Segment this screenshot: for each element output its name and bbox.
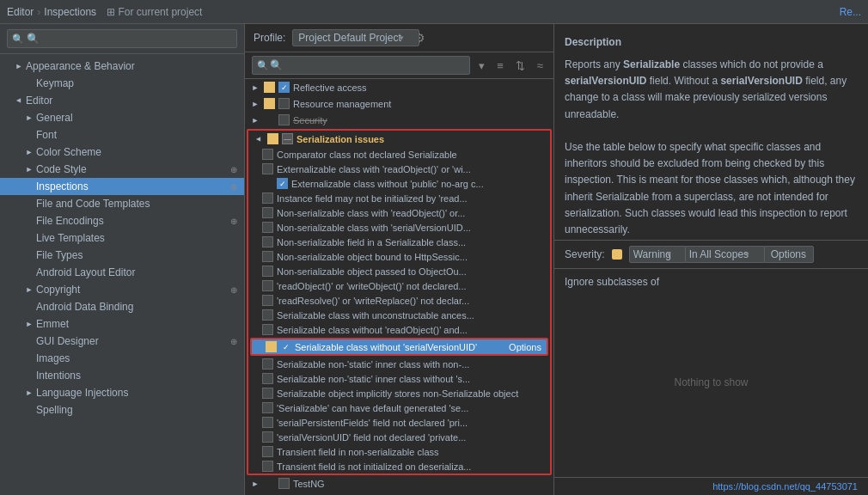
insp-item-readresolve[interactable]: 'readResolve()' or 'writeReplace()' not … xyxy=(248,293,550,308)
insp-item-externalizable1[interactable]: Externalizable class with 'readObject()'… xyxy=(248,162,550,176)
sidebar-item-intentions[interactable]: ► Intentions xyxy=(0,367,244,384)
reset-button[interactable]: Re... xyxy=(840,6,861,18)
scope-select[interactable]: In All Scopes xyxy=(685,246,765,263)
arrow-icon: ▼ xyxy=(14,95,24,106)
sidebar-search-input[interactable] xyxy=(7,29,237,48)
sidebar-item-androidlayout[interactable]: ► Android Layout Editor xyxy=(0,264,244,281)
item-checkbox[interactable] xyxy=(262,251,273,262)
insp-item-nonserial5[interactable]: Non-serializable object passed to Object… xyxy=(248,264,550,278)
insp-item-nonserial3[interactable]: Non-serializable field in a Serializable… xyxy=(248,235,550,249)
options-button[interactable]: Options xyxy=(763,246,814,263)
item-checkbox[interactable]: ✓ xyxy=(277,178,288,189)
url-link[interactable]: https://blog.csdn.net/qq_44753071 xyxy=(712,481,858,492)
item-checkbox[interactable] xyxy=(262,388,273,399)
severity-select[interactable]: Warning Error Info xyxy=(629,246,687,263)
sidebar-item-androiddatabinding[interactable]: ► Android Data Binding xyxy=(0,298,244,315)
insp-item-transient2[interactable]: Transient field is not initialized on de… xyxy=(248,459,550,474)
sidebar-item-livetemplates[interactable]: ► Live Templates xyxy=(0,229,244,247)
for-current-project-tab[interactable]: ⊞ For current project xyxy=(107,6,202,18)
group-testng[interactable]: ► TestNG xyxy=(245,475,553,492)
item-checkbox[interactable] xyxy=(262,324,273,335)
insp-item-serialpersistent[interactable]: 'serialPersistentFields' field not decla… xyxy=(248,415,550,430)
item-color-box xyxy=(266,341,277,352)
expand-icon[interactable]: ⇅ xyxy=(512,58,529,74)
sidebar-item-images[interactable]: ► Images xyxy=(0,350,244,367)
insp-item-serialversion2[interactable]: 'serialVersionUID' field not declared 'p… xyxy=(248,430,550,444)
sidebar-item-emmet[interactable]: ► Emmet xyxy=(0,315,244,333)
insp-item-noreadobj[interactable]: Serializable class without 'readObject()… xyxy=(248,322,550,337)
item-checkbox[interactable] xyxy=(262,236,273,248)
sidebar-item-label: File Encodings xyxy=(36,215,227,227)
sort-icon[interactable]: ≡ xyxy=(493,58,507,74)
item-checkbox[interactable] xyxy=(262,431,273,443)
sidebar-item-keymap[interactable]: ► Keymap xyxy=(0,75,244,92)
item-checkbox[interactable] xyxy=(262,446,273,457)
insp-item-implicitly[interactable]: Serializable object implicitly stores no… xyxy=(248,386,550,400)
item-checkbox[interactable] xyxy=(262,280,273,291)
sidebar-item-filetypes[interactable]: ► File Types xyxy=(0,247,244,264)
sidebar-item-spelling[interactable]: ► Spelling xyxy=(0,401,244,419)
insp-item-instance[interactable]: Instance field may not be initialized by… xyxy=(248,191,550,205)
sidebar-item-filecodetemplates[interactable]: ► File and Code Templates xyxy=(0,195,244,212)
group-label: Reflective access xyxy=(293,82,548,93)
insp-item-externalizable2[interactable]: ✓ Externalizable class without 'public' … xyxy=(248,176,550,191)
item-checkbox[interactable] xyxy=(262,417,273,428)
sidebar-search-container: 🔍 xyxy=(0,24,244,54)
insp-item-readobject[interactable]: 'readObject()' or 'writeObject()' not de… xyxy=(248,278,550,293)
group-arrow-icon: ► xyxy=(250,99,260,109)
insp-item-default[interactable]: 'Serializable' can have default generate… xyxy=(248,400,550,415)
group-security[interactable]: ► Security xyxy=(245,112,553,128)
item-checkbox[interactable] xyxy=(262,309,273,321)
insp-item-serialversionuid[interactable]: ✓ Serializable class without 'serialVers… xyxy=(250,338,548,356)
sidebar-item-editor[interactable]: ▼ Editor xyxy=(0,92,244,109)
insp-item-unconstructable[interactable]: Serializable class with unconstructable … xyxy=(248,308,550,322)
group-checkbox[interactable] xyxy=(278,98,290,109)
insp-item-nonserial2[interactable]: Non-serializable class with 'serialVersi… xyxy=(248,220,550,235)
sidebar-item-colorscheme[interactable]: ► Color Scheme xyxy=(0,144,244,161)
insp-item-nonserial1[interactable]: Non-serializable class with 'readObject(… xyxy=(248,205,550,220)
item-checkbox[interactable] xyxy=(262,149,273,160)
insp-item-transient1[interactable]: Transient field in non-serializable clas… xyxy=(248,444,550,459)
insp-item-staticinner1[interactable]: Serializable non-'static' inner class wi… xyxy=(248,357,550,371)
serialization-group-container: ▼ — Serialization issues Comparator clas… xyxy=(247,129,552,475)
sidebar-item-languageinjections[interactable]: ► Language Injections xyxy=(0,384,244,401)
group-resourcemgmt[interactable]: ► Resource management xyxy=(245,95,553,112)
item-checkbox[interactable] xyxy=(262,358,273,370)
item-checkbox[interactable] xyxy=(262,373,273,384)
ignore-subclasses-label: Ignore subclasses of xyxy=(565,276,858,288)
profile-select[interactable]: Project Default Project Default xyxy=(292,29,419,46)
item-checkbox[interactable] xyxy=(262,295,273,306)
sidebar-item-fileencodings[interactable]: ► File Encodings ⊕ xyxy=(0,212,244,229)
group-checkbox[interactable]: ✓ xyxy=(278,82,290,93)
group-label: TestNG xyxy=(293,479,548,489)
filter-icon[interactable]: ▾ xyxy=(475,58,488,74)
sidebar-item-codestyle[interactable]: ► Code Style ⊕ xyxy=(0,161,244,178)
sidebar-item-guidesigner[interactable]: ► GUI Designer ⊕ xyxy=(0,333,244,350)
sidebar-item-inspections[interactable]: ► Inspections ⊕ xyxy=(0,178,244,195)
item-checkbox[interactable] xyxy=(262,207,273,218)
item-checkbox[interactable] xyxy=(262,402,273,413)
stream-icon[interactable]: ≈ xyxy=(534,58,547,74)
sidebar-item-general[interactable]: ► General xyxy=(0,109,244,126)
insp-item-staticinner2[interactable]: Serializable non-'static' inner class wi… xyxy=(248,371,550,386)
item-checkbox[interactable] xyxy=(262,461,273,472)
group-checkbox[interactable] xyxy=(278,478,290,489)
sidebar-item-font[interactable]: ► Font xyxy=(0,126,244,144)
item-checkbox[interactable] xyxy=(262,266,273,277)
sidebar-item-copyright[interactable]: ► Copyright ⊕ xyxy=(0,281,244,298)
group-serialization[interactable]: ▼ — Serialization issues xyxy=(248,131,550,147)
insp-item-comparator[interactable]: Comparator class not declared Serializab… xyxy=(248,147,550,162)
inspections-search-input[interactable] xyxy=(252,56,470,75)
item-checkbox[interactable] xyxy=(262,163,273,174)
sidebar: 🔍 ► Appearance & Behavior ► Keymap ▼ Edi… xyxy=(0,24,245,495)
item-checkbox[interactable] xyxy=(262,192,273,204)
sidebar-item-appearance[interactable]: ► Appearance & Behavior xyxy=(0,58,244,75)
item-checkbox[interactable] xyxy=(262,222,273,233)
group-checkbox[interactable]: — xyxy=(282,133,293,144)
group-checkbox[interactable] xyxy=(278,114,290,125)
sidebar-item-label: Color Scheme xyxy=(36,146,237,158)
item-checkbox[interactable]: ✓ xyxy=(280,341,291,352)
group-reflective[interactable]: ► ✓ Reflective access xyxy=(245,79,553,95)
insp-item-nonserial4[interactable]: Non-serializable object bound to HttpSes… xyxy=(248,249,550,264)
sidebar-item-label: Appearance & Behavior xyxy=(26,60,237,72)
